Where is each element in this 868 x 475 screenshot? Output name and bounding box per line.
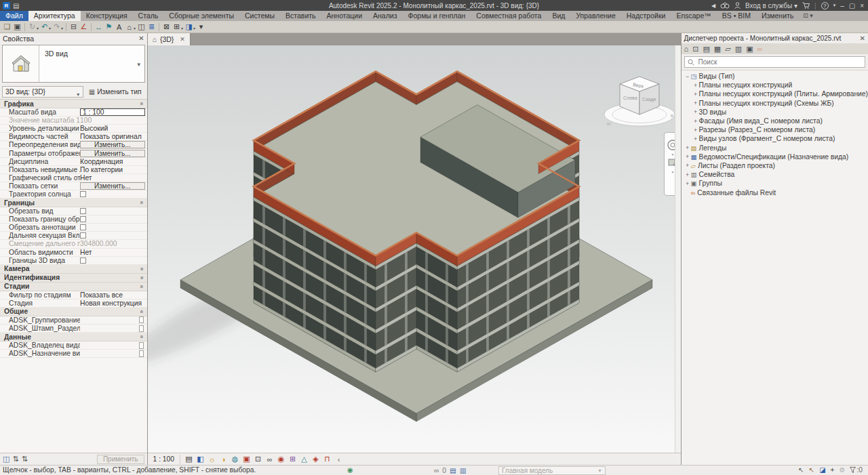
tree-item[interactable]: +▦Ведомости/Спецификации (Назначение вид… — [682, 152, 868, 161]
tree-expander-icon[interactable]: + — [692, 82, 699, 89]
revit-links-status-icon[interactable]: ∞ — [434, 467, 439, 474]
search-binoculars-icon[interactable] — [720, 2, 730, 9]
property-value[interactable]: Новая конструкция — [80, 300, 145, 307]
property-value[interactable]: Высокий — [80, 125, 145, 132]
property-mini-field[interactable] — [139, 350, 144, 357]
property-value[interactable] — [80, 257, 145, 264]
property-value[interactable] — [80, 190, 145, 198]
ribbon-tab-1[interactable]: Архитектура — [28, 11, 81, 21]
property-value[interactable] — [80, 224, 145, 231]
tree-expander-icon[interactable]: + — [684, 153, 691, 160]
families-icon[interactable]: ▥ — [735, 45, 742, 54]
property-value[interactable] — [80, 350, 145, 357]
select-underlay-icon[interactable]: ◪ — [819, 466, 825, 474]
help-dropdown-icon[interactable]: ▾ — [833, 3, 836, 8]
cart-icon[interactable] — [802, 2, 810, 9]
model-view[interactable]: Ю В Верх Слева Сзади ▼ ▼ — [148, 45, 681, 453]
tree-item[interactable]: −◳Виды (Тип) — [682, 72, 868, 81]
select-links-icon[interactable]: ↖ — [798, 466, 804, 474]
sort-ascending-icon[interactable]: ⇅ — [12, 455, 18, 463]
view-scale-button[interactable]: 1 : 100 — [151, 455, 181, 464]
ribbon-tab-7[interactable]: Аннотации — [321, 11, 368, 21]
edit-type-button[interactable]: ▦ Изменить тип — [85, 86, 145, 98]
properties-help-icon[interactable]: ◫ — [3, 455, 9, 463]
property-value[interactable]: Изменить... — [80, 182, 145, 190]
hide-analytical-model-icon[interactable]: △ — [298, 454, 310, 464]
select-pinned-icon[interactable]: ↖ — [809, 466, 814, 474]
highlight-displacement-sets-icon[interactable]: ◈ — [310, 454, 321, 464]
property-section-5[interactable]: Стадии« — [0, 283, 147, 291]
close-button[interactable]: × — [860, 2, 864, 9]
ribbon-tab-9[interactable]: Формы и генплан — [402, 11, 471, 21]
section-collapse-icon[interactable]: « — [138, 276, 144, 279]
property-checkbox[interactable] — [80, 232, 86, 239]
browser-search-box[interactable] — [684, 56, 865, 68]
tree-item[interactable]: +▥Семейства — [682, 170, 868, 179]
property-checkbox[interactable] — [80, 257, 86, 264]
customize-qat-icon[interactable]: ▾ — [196, 22, 206, 32]
tree-expander-icon[interactable]: + — [692, 91, 699, 98]
tree-expander-icon[interactable]: + — [692, 100, 699, 106]
search-input[interactable] — [697, 58, 862, 66]
canvas-scrollbar[interactable] — [675, 45, 681, 453]
collapse-vcb-icon[interactable]: ‹ — [333, 454, 344, 464]
reveal-hidden-elements-icon[interactable]: ◉ — [275, 454, 287, 464]
type-selector-dropdown-icon[interactable]: ▼ — [136, 62, 142, 68]
tree-item[interactable]: +3D виды — [682, 108, 868, 117]
switch-windows-icon-dropdown[interactable]: ▾ — [181, 26, 183, 30]
tree-item[interactable]: +▤Легенды — [682, 144, 868, 152]
ribbon-tab-2[interactable]: Конструкция — [81, 11, 133, 21]
property-value[interactable]: Изменить... — [80, 141, 145, 148]
file-tab[interactable]: Файл — [0, 11, 28, 21]
section-collapse-icon[interactable]: « — [138, 267, 144, 270]
filter-button[interactable]: :0 — [850, 466, 863, 474]
tree-item[interactable]: +Планы несущих конструкций (Плиты. Армир… — [682, 89, 868, 98]
ribbon-tab-12[interactable]: Управление — [570, 11, 620, 21]
design-options-icon[interactable]: ▥ — [460, 466, 467, 474]
ribbon-tab-10[interactable]: Совместная работа — [471, 11, 547, 21]
element-filter-select[interactable]: 3D вид: {3D}▼ — [2, 86, 83, 98]
ribbon-tab-4[interactable]: Сборные элементы — [163, 11, 239, 21]
tree-expander-icon[interactable]: + — [692, 127, 699, 133]
ribbon-tab-15[interactable]: BS • BIM — [717, 11, 756, 21]
drag-on-selection-icon[interactable]: + — [831, 466, 835, 474]
property-section-1[interactable]: Графика« — [0, 100, 147, 108]
ribbon-tab-11[interactable]: Вид — [547, 11, 570, 21]
reveal-constraints-icon[interactable]: ⊓ — [321, 454, 333, 464]
default-3d-view-icon-dropdown[interactable]: ▾ — [134, 26, 136, 30]
detail-level-icon[interactable]: ▤ — [183, 454, 195, 464]
render-icon[interactable]: ◨ — [184, 22, 194, 32]
temporary-view-properties-icon[interactable]: ⊞ — [287, 454, 298, 464]
tree-item[interactable]: ∞Связанные файлы Revit — [682, 188, 868, 197]
property-section-6[interactable]: Общие« — [0, 308, 147, 316]
property-mini-field[interactable] — [139, 316, 144, 323]
file-tabs-icon[interactable]: ▤ — [13, 2, 19, 9]
views-icon[interactable]: ⌂ — [684, 45, 689, 53]
tree-item[interactable]: +Планы несущих конструкций (Схемы ЖБ) — [682, 99, 868, 108]
temporary-hide-isolate-icon[interactable]: ∞ — [264, 454, 275, 464]
redo-icon[interactable]: ↷ — [52, 22, 62, 32]
property-checkbox[interactable] — [80, 216, 86, 222]
minimize-button[interactable]: – — [840, 2, 844, 9]
tree-expander-icon[interactable]: + — [684, 162, 691, 169]
ribbon-state-toggle-icon[interactable]: ⊡ ▾ — [803, 11, 813, 21]
revit-links-icon[interactable]: ∞ — [757, 45, 763, 53]
apply-button[interactable]: Применить — [97, 455, 144, 464]
property-value[interactable] — [80, 316, 145, 324]
switch-windows-icon[interactable]: ⊞ — [172, 22, 182, 32]
property-section-3[interactable]: Камера« — [0, 265, 147, 274]
view-tab-close-icon[interactable]: ✕ — [180, 36, 185, 43]
tree-expander-icon[interactable]: + — [684, 144, 691, 151]
worksets-icon[interactable]: ▤ — [450, 466, 456, 474]
edit-button[interactable]: Изменить... — [80, 150, 145, 157]
shadows-icon[interactable]: ◑ — [218, 454, 229, 464]
ribbon-tab-8[interactable]: Анализ — [368, 11, 402, 21]
tree-item[interactable]: +Планы несущих конструкций — [682, 81, 868, 89]
print-icon[interactable]: ⊟ — [68, 22, 79, 32]
redo-icon-dropdown[interactable]: ▾ — [61, 26, 63, 30]
section-icon[interactable]: ◫ — [136, 22, 146, 32]
revit-logo-icon[interactable]: R — [3, 2, 10, 9]
tree-expander-icon[interactable]: + — [684, 171, 691, 178]
tree-expander-icon[interactable]: + — [692, 136, 699, 142]
ribbon-tab-3[interactable]: Сталь — [133, 11, 164, 21]
